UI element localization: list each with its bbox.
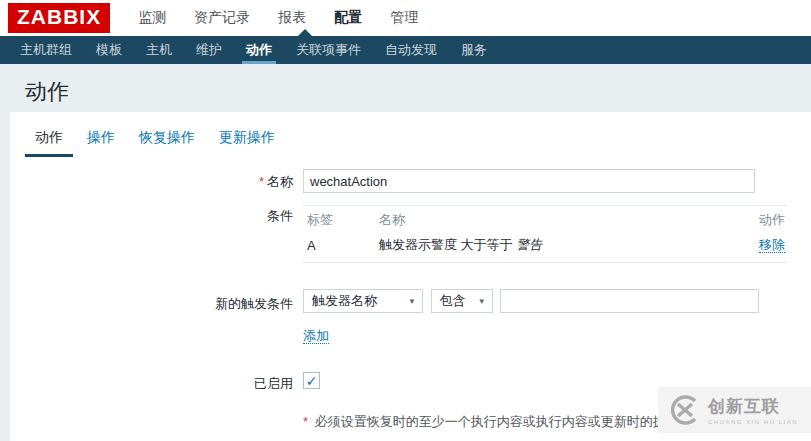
subnav-hosts[interactable]: 主机 [134, 36, 184, 64]
column-header-action: 动作 [737, 211, 787, 229]
condition-operator-select[interactable]: 包含 ▼ [431, 289, 493, 313]
top-menu-monitoring[interactable]: 监测 [124, 0, 180, 36]
watermark: 创新互联 CHUANG XIN HU LIAN [658, 387, 811, 433]
chevron-down-icon: ▼ [408, 297, 416, 306]
subnav-maintenance[interactable]: 维护 [184, 36, 234, 64]
enabled-checkbox[interactable]: ✓ [303, 372, 320, 389]
subnav-event-correlation[interactable]: 关联项事件 [284, 36, 373, 64]
name-label: *名称 [10, 169, 303, 191]
new-condition-row: 新的触发条件 触发器名称 ▼ 包含 ▼ 添加 [10, 289, 811, 345]
watermark-logo-icon [667, 393, 701, 427]
remove-condition-link[interactable]: 移除 [759, 237, 785, 253]
name-input[interactable] [303, 169, 755, 193]
add-condition-link[interactable]: 添加 [303, 328, 329, 344]
subnav-templates[interactable]: 模板 [84, 36, 134, 64]
conditions-label: 条件 [10, 203, 303, 225]
check-icon: ✓ [306, 373, 318, 389]
top-menu-administration[interactable]: 管理 [376, 0, 432, 36]
top-bar: ZABBIX 监测 资产记录 报表 配置 管理 [0, 0, 811, 36]
condition-type-select[interactable]: 触发器名称 ▼ [303, 289, 423, 313]
page-title: 动作 [25, 77, 811, 107]
conditions-header-row: 标签 名称 动作 [303, 206, 787, 232]
condition-severity-value: 警告 [516, 237, 542, 252]
top-menu-inventory[interactable]: 资产记录 [180, 0, 264, 36]
conditions-table: 标签 名称 动作 A 触发器示警度 大于等于 警告 移除 [303, 205, 787, 263]
watermark-name: 创新互联 [708, 395, 798, 418]
subnav-actions[interactable]: 动作 [234, 36, 284, 64]
conditions-row: 条件 标签 名称 动作 A 触发器示警度 大于等于 警告 [10, 203, 811, 263]
form-note: 必须设置恢复时的至少一个执行内容或执行内容或更新时的执行内容 [315, 414, 705, 429]
subnav-services[interactable]: 服务 [449, 36, 499, 64]
sub-nav: 主机群组 模板 主机 维护 动作 关联项事件 自动发现 服务 [0, 36, 811, 64]
condition-tag: A [307, 238, 379, 253]
tab-action[interactable]: 动作 [25, 124, 73, 157]
subnav-host-groups[interactable]: 主机群组 [8, 36, 84, 64]
tab-recovery-operations[interactable]: 恢复操作 [129, 124, 205, 157]
enabled-label: 已启用 [10, 369, 303, 393]
top-menu-configuration[interactable]: 配置 [320, 0, 376, 36]
tab-update-operations[interactable]: 更新操作 [209, 124, 285, 157]
watermark-subtitle: CHUANG XIN HU LIAN [708, 419, 798, 425]
column-header-name: 名称 [379, 211, 737, 229]
condition-value-input[interactable] [500, 289, 759, 313]
required-asterisk: * [259, 174, 264, 189]
chevron-down-icon: ▼ [478, 297, 486, 306]
top-menu: 监测 资产记录 报表 配置 管理 [124, 0, 432, 36]
condition-name: 触发器示警度 大于等于 警告 [379, 236, 737, 254]
name-row: *名称 [10, 169, 811, 193]
tab-bar: 动作 操作 恢复操作 更新操作 [10, 112, 811, 157]
zabbix-logo[interactable]: ZABBIX [8, 3, 110, 33]
required-asterisk: * [303, 414, 308, 429]
subnav-discovery[interactable]: 自动发现 [373, 36, 449, 64]
condition-row: A 触发器示警度 大于等于 警告 移除 [303, 232, 787, 262]
column-header-tag: 标签 [307, 211, 379, 229]
tab-operations[interactable]: 操作 [77, 124, 125, 157]
new-condition-label: 新的触发条件 [10, 289, 303, 313]
